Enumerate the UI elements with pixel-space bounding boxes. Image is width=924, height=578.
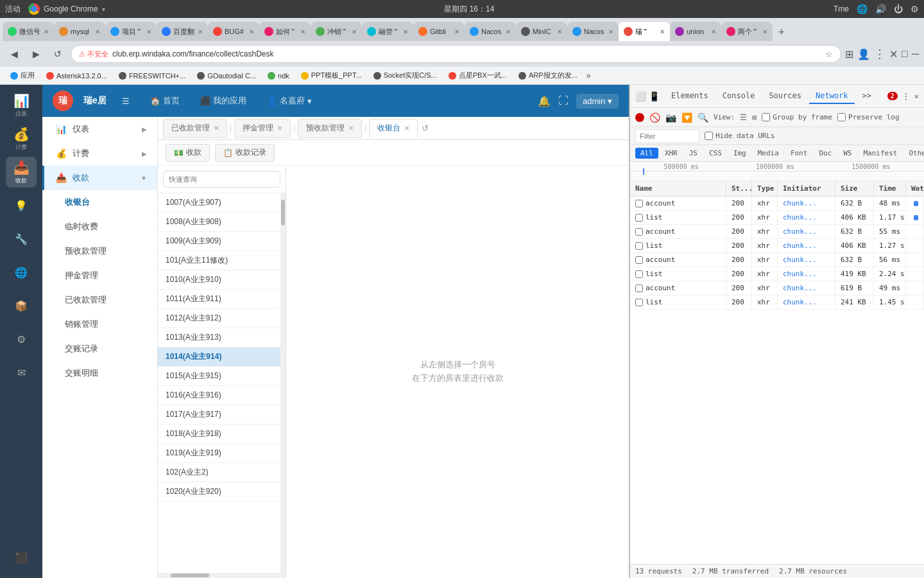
- nav-jiaozhanmingxi[interactable]: 交账明细: [42, 361, 157, 385]
- list-item-1009[interactable]: 1009(A业主909): [158, 232, 280, 251]
- tab-close-rongyi[interactable]: ✕: [403, 28, 408, 35]
- search-network-icon[interactable]: 🔍: [697, 112, 708, 123]
- address-input[interactable]: ⚠ 不安全 club.erp.windaka.com/finance/colle…: [71, 45, 841, 63]
- bookmark-ppt[interactable]: PPT模板_PPT...: [296, 69, 367, 83]
- nav-yushoukuan[interactable]: 预收款管理: [42, 239, 157, 263]
- net-row-3-cb[interactable]: [635, 228, 643, 236]
- nav-xiaozhan[interactable]: 销账管理: [42, 312, 157, 337]
- list-view-icon[interactable]: ☰: [740, 113, 747, 122]
- search-input[interactable]: [163, 171, 280, 188]
- camera-icon[interactable]: 📷: [665, 112, 676, 123]
- list-item-1018[interactable]: 1018(A业主918): [158, 425, 280, 444]
- nav-yishoukuan[interactable]: 已收款管理: [42, 288, 157, 312]
- maximize-icon[interactable]: □: [902, 48, 908, 60]
- nav-shouyintai[interactable]: 收银台: [42, 190, 157, 215]
- collect-button[interactable]: 💵 收款: [166, 144, 210, 162]
- nav-linshi[interactable]: 临时收费: [42, 215, 157, 239]
- tab-close-rui[interactable]: ✕: [660, 28, 665, 35]
- list-item-1014[interactable]: 1014(A业主914): [158, 347, 280, 367]
- bookmark-goautodial[interactable]: GOautodial C...: [192, 69, 261, 83]
- tab-close-union[interactable]: ✕: [711, 28, 716, 35]
- tab-close-howto[interactable]: ✕: [300, 28, 305, 35]
- tab-chongxiao[interactable]: 冲销⌃ ✕: [311, 22, 362, 41]
- net-row-8-cb[interactable]: [635, 299, 643, 306]
- tab-liangge[interactable]: 两个⌃ ✕: [721, 22, 773, 41]
- net-filter-other[interactable]: Other: [903, 148, 924, 159]
- sidebar-icon-web[interactable]: 🌐: [6, 257, 37, 288]
- nav-yajin[interactable]: 押金管理: [42, 263, 157, 288]
- net-filter-font[interactable]: Font: [785, 148, 813, 159]
- sidebar-icon-mail[interactable]: ✉: [6, 357, 37, 388]
- net-filter-manifest[interactable]: Manifest: [859, 148, 903, 159]
- fullscreen-icon[interactable]: ⛶: [558, 95, 569, 107]
- tab-rui[interactable]: 瑞⌃ ✕: [619, 22, 670, 41]
- devtools-tab-network[interactable]: Network: [809, 89, 855, 104]
- tab-close-project[interactable]: ✕: [146, 28, 151, 35]
- net-row-8[interactable]: list 200 xhr chunk... 241 KB 1.45 s: [630, 295, 924, 310]
- net-row-6-cb[interactable]: [635, 270, 643, 278]
- sidebar-icon-box[interactable]: 📦: [6, 290, 37, 321]
- bookmark-star[interactable]: ☆: [825, 49, 833, 59]
- net-row-7-cb[interactable]: [635, 285, 643, 292]
- page-tab-close-yushou[interactable]: ✕: [348, 125, 354, 132]
- net-row-1[interactable]: account 200 xhr chunk... 632 B 48 ms: [630, 197, 924, 211]
- tab-close-nacos2[interactable]: ✕: [608, 28, 613, 35]
- tab-weixin[interactable]: 微信号 ✕: [3, 22, 54, 41]
- list-item-1012[interactable]: 1012(A业主912): [158, 309, 280, 328]
- tab-refresh-button[interactable]: ↺: [422, 123, 429, 133]
- list-item-1007[interactable]: 1007(A业主907): [158, 193, 280, 213]
- group-by-frame-checkbox[interactable]: [762, 113, 770, 121]
- tab-nacos2[interactable]: Nacos ✕: [567, 22, 619, 41]
- power-icon[interactable]: ⏻: [894, 4, 903, 14]
- tab-nacos1[interactable]: Nacos ✕: [465, 22, 516, 41]
- tab-close-weixin[interactable]: ✕: [44, 28, 49, 35]
- page-tab-shouyintai[interactable]: 收银台 ✕: [369, 119, 418, 138]
- net-filter-css[interactable]: CSS: [704, 148, 727, 159]
- tab-close-mysql[interactable]: ✕: [95, 28, 100, 35]
- clear-button[interactable]: 🚫: [649, 112, 660, 123]
- net-filter-media[interactable]: Media: [753, 148, 784, 159]
- net-filter-img[interactable]: Img: [728, 148, 751, 159]
- nav-community[interactable]: 👤 名嘉府 ▾: [262, 92, 317, 109]
- bookmarks-more[interactable]: »: [586, 71, 591, 80]
- devtools-device-icon[interactable]: 📱: [649, 91, 660, 101]
- nav-home[interactable]: 🏠 首页: [145, 92, 185, 109]
- list-item-1017[interactable]: 1017(A业主917): [158, 405, 280, 425]
- page-tab-close-yishoukuan[interactable]: ✕: [214, 125, 219, 132]
- bookmark-pbx[interactable]: 点星PBX一武...: [443, 69, 512, 83]
- list-item-1008[interactable]: 1008(A业主908): [158, 213, 280, 232]
- bookmark-asterisk[interactable]: Asterisk13.2.0...: [41, 69, 112, 83]
- devtools-tab-sources[interactable]: Sources: [762, 89, 808, 104]
- close-icon[interactable]: ✕: [889, 48, 898, 60]
- network-icon[interactable]: 🌐: [857, 4, 868, 14]
- tab-baidu[interactable]: 百度翻 ✕: [157, 22, 208, 41]
- tab-bug[interactable]: BUG# ✕: [208, 22, 259, 41]
- net-filter-ws[interactable]: WS: [838, 148, 857, 159]
- devtools-tab-more[interactable]: >>: [856, 89, 878, 104]
- list-item-1013[interactable]: 1013(A业主913): [158, 328, 280, 347]
- preserve-log-label[interactable]: Preserve log: [837, 113, 899, 121]
- filter-input[interactable]: [635, 129, 699, 143]
- nav-jifei[interactable]: 💰 计费 ▶: [42, 141, 157, 166]
- list-item-101[interactable]: 101(A业主11修改): [158, 251, 280, 270]
- hide-data-urls-checkbox[interactable]: [705, 132, 713, 140]
- minimize-icon[interactable]: ─: [912, 48, 919, 60]
- list-item-1020[interactable]: 1020(A业主920): [158, 482, 280, 502]
- settings-icon[interactable]: ⚙: [911, 4, 919, 14]
- preserve-log-checkbox[interactable]: [837, 113, 846, 121]
- sidebar-icon-shoukuan[interactable]: 📥 收款: [6, 157, 37, 188]
- net-filter-js[interactable]: JS: [684, 148, 703, 159]
- tab-close-nacos1[interactable]: ✕: [506, 28, 511, 35]
- tab-close-bug[interactable]: ✕: [249, 28, 254, 35]
- net-filter-all[interactable]: All: [635, 148, 658, 159]
- new-tab-button[interactable]: +: [773, 23, 791, 41]
- devtools-tab-console[interactable]: Console: [716, 89, 762, 104]
- page-tab-yajin[interactable]: 押金管理 ✕: [234, 119, 291, 138]
- sidebar-icon-settings[interactable]: ⚙: [6, 324, 37, 355]
- devtools-tab-elements[interactable]: Elements: [665, 89, 715, 104]
- net-row-4[interactable]: list 200 xhr chunk... 406 KB 1.27 s: [630, 239, 924, 253]
- tab-project[interactable]: 项目⌃ ✕: [105, 22, 157, 41]
- list-item-1010[interactable]: 1010(A业主910): [158, 270, 280, 290]
- nav-jiaozhan[interactable]: 交账记录: [42, 337, 157, 361]
- tab-union[interactable]: union ✕: [670, 22, 721, 41]
